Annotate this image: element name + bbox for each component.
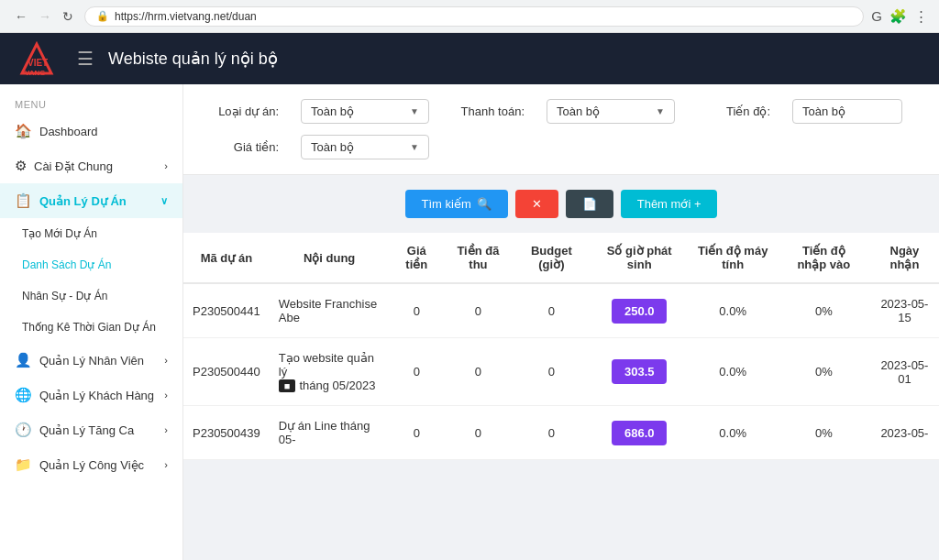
thanh-toan-value: Toàn bộ bbox=[557, 104, 650, 118]
cell-ngay-nhan: 2023-05-15 bbox=[870, 283, 939, 338]
sidebar-item-tao-moi-du-an[interactable]: Tạo Mới Dự Án bbox=[0, 218, 182, 249]
lock-icon: 🔒 bbox=[96, 10, 109, 22]
cell-gia-tien: 0 bbox=[389, 338, 444, 406]
cell-so-gio-phat-sinh: 686.0 bbox=[591, 406, 689, 460]
table-row[interactable]: P230500441 Website Franchise Abe 0 0 0 2… bbox=[183, 283, 939, 338]
sidebar-item-quan-ly-du-an[interactable]: 📋 Quản Lý Dự Án ∨ bbox=[0, 183, 182, 218]
col-tien-do-may-tinh: Tiến độ máy tính bbox=[688, 233, 777, 283]
gia-tien-select[interactable]: Toàn bộ ▼ bbox=[301, 135, 429, 159]
home-icon: 🏠 bbox=[15, 123, 32, 139]
sidebar: MENU 🏠 Dashboard ⚙ Cài Đặt Chung › 📋 Quả… bbox=[0, 84, 183, 560]
cell-so-gio-phat-sinh: 250.0 bbox=[591, 283, 689, 338]
sidebar-item-label: Quản Lý Công Việc bbox=[39, 458, 144, 472]
table-row[interactable]: P230500439 Dự án Line tháng 05- 0 0 0 68… bbox=[183, 406, 939, 460]
user-icon: 👤 bbox=[15, 352, 32, 368]
chevron-right-icon: › bbox=[164, 355, 168, 366]
table-header: Mã dự án Nội dung Giá tiền Tiền đã thu B… bbox=[183, 233, 939, 283]
cell-budget: 0 bbox=[513, 338, 591, 406]
sidebar-item-quan-ly-cong-viec[interactable]: 📁 Quản Lý Công Việc › bbox=[0, 447, 182, 482]
chevron-down-icon: ∨ bbox=[160, 195, 168, 207]
thanh-toan-select[interactable]: Toàn bộ ▼ bbox=[547, 99, 675, 124]
sidebar-item-quan-ly-nhan-vien[interactable]: 👤 Quản Lý Nhân Viên › bbox=[0, 343, 182, 378]
table-body: P230500441 Website Franchise Abe 0 0 0 2… bbox=[183, 283, 939, 460]
sidebar-item-thong-ke[interactable]: Thống Kê Thời Gian Dự Án bbox=[0, 312, 182, 343]
logo-svg: VIET VANG bbox=[15, 40, 59, 77]
chevron-right-icon: › bbox=[164, 160, 168, 171]
clear-button-label: ✕ bbox=[532, 197, 542, 211]
add-new-button[interactable]: Thêm mới + bbox=[621, 190, 718, 218]
cell-tien-da-thu: 0 bbox=[444, 338, 513, 406]
chevron-right-icon: › bbox=[164, 390, 168, 401]
cell-ma-du-an: P230500441 bbox=[183, 283, 270, 338]
sidebar-item-quan-ly-tang-ca[interactable]: 🕐 Quản Lý Tăng Ca › bbox=[0, 412, 182, 447]
chevron-down-icon: ▼ bbox=[410, 106, 419, 116]
hamburger-icon[interactable]: ☰ bbox=[77, 48, 94, 70]
sidebar-item-danh-sach-du-an[interactable]: Danh Sách Dự Án bbox=[0, 249, 182, 280]
cell-budget: 0 bbox=[513, 283, 591, 338]
gear-icon: ⚙ bbox=[15, 158, 27, 174]
main-layout: MENU 🏠 Dashboard ⚙ Cài Đặt Chung › 📋 Quả… bbox=[0, 84, 939, 560]
tien-do-select[interactable]: Toàn bộ bbox=[792, 99, 902, 124]
col-gia-tien: Giá tiền bbox=[389, 233, 444, 283]
col-noi-dung: Nội dung bbox=[270, 233, 390, 283]
search-button-label: Tìm kiếm bbox=[422, 197, 471, 211]
cell-gia-tien: 0 bbox=[389, 406, 444, 460]
extensions-icon[interactable]: 🧩 bbox=[889, 8, 907, 25]
reload-button[interactable]: ↻ bbox=[59, 7, 77, 26]
col-so-gio-phat-sinh: Số giờ phát sinh bbox=[591, 233, 689, 283]
address-bar[interactable]: 🔒 https://hrm.vietvang.net/duan bbox=[84, 6, 864, 27]
sidebar-item-label: Danh Sách Dự Án bbox=[22, 258, 111, 271]
back-button[interactable]: ← bbox=[11, 7, 31, 26]
so-gio-badge: 250.0 bbox=[612, 299, 667, 324]
sidebar-item-nhan-su-du-an[interactable]: Nhân Sự - Dự Án bbox=[0, 280, 182, 312]
sidebar-item-dashboard[interactable]: 🏠 Dashboard bbox=[0, 114, 182, 148]
cell-tien-do-nhap-vao: 0% bbox=[778, 338, 870, 406]
col-ngay-nhan: Ngày nhận bbox=[870, 233, 939, 283]
so-gio-badge: 303.5 bbox=[612, 359, 667, 384]
so-gio-badge: 686.0 bbox=[612, 421, 667, 445]
sidebar-item-label: Cài Đặt Chung bbox=[34, 159, 113, 173]
sidebar-item-label: Quản Lý Nhân Viên bbox=[39, 354, 144, 368]
google-icon[interactable]: G bbox=[871, 8, 882, 25]
col-budget: Budget (giờ) bbox=[513, 233, 591, 283]
cell-tien-da-thu: 0 bbox=[444, 406, 513, 460]
cell-ma-du-an: P230500439 bbox=[183, 406, 270, 460]
url-text: https://hrm.vietvang.net/duan bbox=[115, 10, 257, 23]
cell-tien-do-may-tinh: 0.0% bbox=[688, 338, 777, 406]
export-icon: 📄 bbox=[582, 197, 597, 211]
search-button[interactable]: Tìm kiếm 🔍 bbox=[405, 190, 508, 218]
cell-tien-do-may-tinh: 0.0% bbox=[688, 283, 777, 338]
cell-tien-da-thu: 0 bbox=[444, 283, 513, 338]
export-button[interactable]: 📄 bbox=[566, 190, 613, 218]
cell-gia-tien: 0 bbox=[389, 283, 444, 338]
chevron-down-icon: ▼ bbox=[656, 106, 665, 116]
cell-noi-dung: Dự án Line tháng 05- bbox=[270, 406, 390, 460]
sidebar-item-label: Quản Lý Khách Hàng bbox=[39, 389, 154, 402]
clock-icon: 🕐 bbox=[15, 422, 32, 438]
sidebar-item-quan-ly-khach-hang[interactable]: 🌐 Quản Lý Khách Hàng › bbox=[0, 378, 182, 412]
topbar-title: Webiste quản lý nội bộ bbox=[108, 49, 278, 69]
cell-noi-dung: Website Franchise Abe bbox=[270, 283, 390, 338]
add-new-label: Thêm mới + bbox=[637, 197, 701, 211]
chevron-down-icon: ▼ bbox=[410, 142, 419, 152]
browser-actions: G 🧩 ⋮ bbox=[871, 8, 928, 25]
loai-du-an-value: Toàn bộ bbox=[311, 104, 404, 118]
folder-icon: 📁 bbox=[15, 456, 32, 473]
svg-text:VANG: VANG bbox=[25, 69, 46, 77]
search-icon: 🔍 bbox=[477, 197, 492, 211]
clear-button[interactable]: ✕ bbox=[515, 190, 558, 218]
browser-menu-icon[interactable]: ⋮ bbox=[914, 8, 928, 25]
browser-chrome: ← → ↻ 🔒 https://hrm.vietvang.net/duan G … bbox=[0, 0, 939, 33]
sidebar-item-label: Quản Lý Dự Án bbox=[39, 194, 127, 208]
sidebar-item-label: Nhân Sự - Dự Án bbox=[22, 290, 107, 302]
cell-tien-do-nhap-vao: 0% bbox=[778, 283, 870, 338]
content-area: Loại dự án: Toàn bộ ▼ Thanh toán: Toàn b… bbox=[183, 84, 939, 560]
project-table: Mã dự án Nội dung Giá tiền Tiền đã thu B… bbox=[183, 233, 939, 460]
forward-button[interactable]: → bbox=[35, 7, 55, 26]
loai-du-an-select[interactable]: Toàn bộ ▼ bbox=[301, 99, 429, 124]
action-bar: Tìm kiếm 🔍 ✕ 📄 Thêm mới + bbox=[183, 175, 939, 233]
topbar: VIET VANG ☰ Webiste quản lý nội bộ bbox=[0, 33, 939, 84]
table-row[interactable]: P230500440 Tạo website quản lý ■ tháng 0… bbox=[183, 338, 939, 406]
sidebar-item-cai-dat-chung[interactable]: ⚙ Cài Đặt Chung › bbox=[0, 148, 182, 183]
sidebar-item-label: Tạo Mới Dự Án bbox=[22, 227, 97, 240]
